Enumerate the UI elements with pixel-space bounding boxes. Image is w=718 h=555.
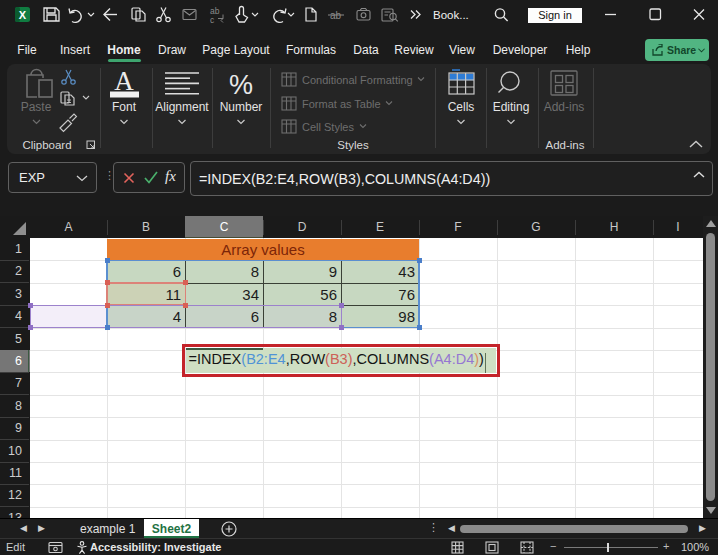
svg-text:Format as Table: Format as Table — [302, 98, 381, 110]
svg-text:Clipboard: Clipboard — [22, 139, 71, 151]
svg-text:Styles: Styles — [337, 139, 369, 151]
svg-text:Font: Font — [112, 100, 137, 114]
svg-text:Cells: Cells — [448, 100, 475, 114]
svg-text:%: % — [229, 70, 253, 100]
svg-text:Alignment: Alignment — [155, 100, 209, 114]
svg-text:Add-ins: Add-ins — [544, 100, 585, 114]
svg-text:X: X — [19, 9, 27, 21]
svg-text:Editing: Editing — [493, 100, 530, 114]
svg-text:Book...: Book... — [433, 9, 469, 21]
svg-text:Sign in: Sign in — [538, 9, 572, 21]
svg-text:c: c — [210, 15, 215, 25]
svg-text:Add-ins: Add-ins — [546, 139, 585, 151]
svg-text:Number: Number — [220, 100, 263, 114]
svg-text:Cell Styles: Cell Styles — [302, 121, 354, 133]
svg-text:Conditional Formatting: Conditional Formatting — [302, 74, 413, 86]
svg-text:Paste: Paste — [21, 100, 52, 114]
